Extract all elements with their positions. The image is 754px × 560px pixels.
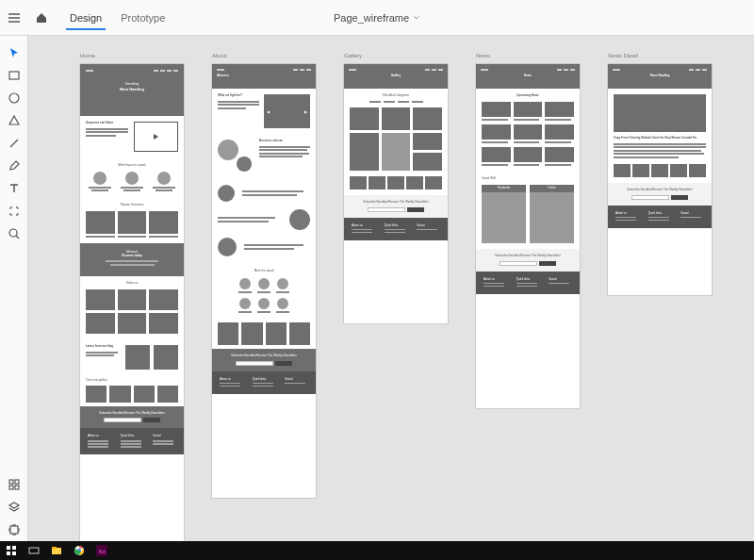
footer-heading: Quick links [385,223,408,227]
subscribe-title: Subscribe Now And Receive The Weekly New… [614,189,706,192]
subscribe-input[interactable] [104,418,141,422]
svg-rect-9 [12,546,16,550]
taskview-button[interactable] [23,541,45,560]
footer-heading: Quick links [121,434,138,437]
section-title: Popular Scenarios [86,204,178,207]
zoom-tool[interactable] [0,222,28,245]
footer-heading: Social [285,377,308,381]
footer-heading: Social [417,223,440,227]
subscribe-input[interactable] [368,207,405,212]
subscribe-input[interactable] [631,195,669,200]
section-title: Meet Impact in a peak [86,164,178,168]
subscribe-title: Subscribe Now And Receive The Weekly New… [86,412,178,416]
home-button[interactable] [28,0,55,36]
svg-rect-13 [52,548,61,554]
polygon-tool[interactable] [0,109,28,132]
artboard-label: News [476,53,490,58]
subscribe-input[interactable] [236,361,273,366]
artboard-tool[interactable] [0,200,28,222]
tab-design[interactable]: Design [60,0,111,36]
footer-heading: About us [220,377,243,381]
line-tool[interactable] [0,132,28,155]
content-title: Copy From Training Module Used the Step … [614,137,706,140]
footer: About us Quick links Social [476,272,580,294]
footer-heading: About us [484,277,507,281]
footer: About us Quick links Social [608,206,712,228]
artboard-label: About [212,53,227,58]
svg-rect-11 [12,552,16,555]
svg-rect-14 [52,547,57,549]
windows-taskbar: Xd [0,541,754,560]
chevron-down-icon [413,14,420,22]
section-title: What we fight for? [218,94,259,98]
footer: About us Quick links Social [80,428,184,454]
footer-heading: Social [549,277,572,281]
artboard-gallery[interactable]: Gallery Gallery Filter And Categories Su… [344,64,448,323]
adobe-xd-icon[interactable]: Xd [90,541,113,560]
svg-point-1 [9,93,19,103]
banner-title: Discover today [88,255,176,258]
section-title: Latest from our blog [86,345,122,349]
svg-rect-8 [7,546,10,550]
chrome-icon[interactable] [68,541,90,560]
footer-heading: Quick links [253,377,276,381]
hero-title: About us [217,74,311,78]
hero-title: Main Heading [86,87,178,91]
rectangle-tool[interactable] [0,64,28,87]
plugins-panel-button[interactable] [0,519,28,541]
left-toolbar [0,36,28,541]
mode-tabs: Design Prototype [60,0,174,36]
section-title: Follow us [86,282,178,286]
subscribe-button[interactable] [143,418,160,422]
subscribe-button[interactable] [275,361,292,366]
artboard-home[interactable]: Home Something Main Heading Suspense sed… [80,64,184,541]
hamburger-icon[interactable] [0,0,28,36]
artboard-label: News Detail [608,53,638,58]
filter-label: Filter And Categories [350,94,442,98]
artboard-about[interactable]: About About us What we fight for? ◀▶ [212,64,316,498]
document-title: Page_wireframe [334,12,409,24]
subscribe-button[interactable] [407,207,424,212]
svg-rect-3 [9,480,13,484]
footer-heading: Quick links [648,211,672,215]
svg-rect-10 [7,552,10,555]
svg-text:Xd: Xd [98,549,105,554]
hero-title: News Heading [613,74,707,78]
footer-heading: About us [88,434,105,437]
artboard-news[interactable]: News News Upcoming News [476,64,580,408]
gallery-nav: Click next gallery [86,379,178,383]
start-button[interactable] [0,541,23,560]
footer-heading: Quick links [516,277,540,281]
app-menubar: Design Prototype Page_wireframe [0,0,754,36]
intro-title: Suspense sed libero [86,122,128,125]
svg-rect-7 [10,526,18,534]
ellipse-tool[interactable] [0,87,28,109]
layers-panel-button[interactable] [0,496,28,519]
subscribe-title: Subscribe Now And Receive The Weekly New… [218,354,310,358]
section-title: Social Wall [482,177,574,181]
subscribe-button[interactable] [539,261,556,266]
artboard-group: Home Something Main Heading Suspense sed… [80,64,712,541]
svg-rect-5 [9,486,13,489]
hero-title: Gallery [349,74,443,78]
footer-heading: Social [680,211,704,215]
section-title: Meet the squad [218,270,310,273]
subscribe-input[interactable] [500,261,537,266]
assets-panel-button[interactable] [0,473,28,496]
tab-prototype[interactable]: Prototype [111,0,174,36]
select-tool[interactable] [0,41,28,64]
document-title-dropdown[interactable]: Page_wireframe [334,12,420,24]
svg-rect-0 [9,72,19,79]
footer-heading: About us [615,211,639,215]
artboard-news-detail[interactable]: News Detail News Heading Copy From Train… [608,64,712,295]
design-canvas[interactable]: Home Something Main Heading Suspense sed… [28,36,754,541]
section-title: Business classes [259,140,310,143]
text-tool[interactable] [0,177,28,200]
footer: About us Quick links Social [344,218,448,240]
artboard-label: Gallery [344,53,362,58]
artboard-label: Home [80,53,95,58]
file-explorer-icon[interactable] [45,541,68,560]
subscribe-button[interactable] [671,195,688,200]
pen-tool[interactable] [0,155,28,177]
section-title: Upcoming News [482,94,574,98]
